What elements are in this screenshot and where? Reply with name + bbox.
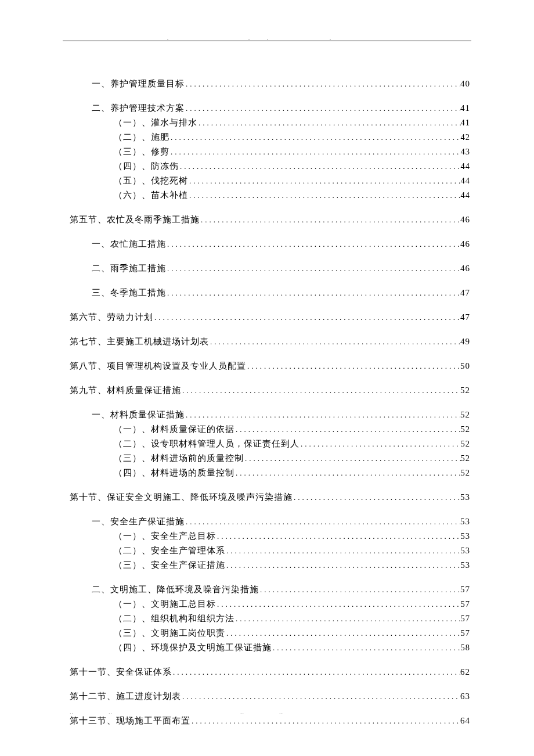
toc-label: 一、材料质量保证措施 bbox=[92, 409, 185, 420]
toc-label: （二）、施肥 bbox=[114, 132, 169, 143]
toc-entry: 第九节、材料质量保证措施............................… bbox=[70, 385, 470, 396]
toc-leader-dots: ........................................… bbox=[234, 469, 461, 478]
toc-entry: （二）、设专职材料管理人员，保证责任到人....................… bbox=[70, 438, 470, 449]
toc-entry: 二、养护管理技术方案..............................… bbox=[70, 103, 470, 114]
toc-label: （三）、修剪 bbox=[114, 146, 169, 157]
toc-label: 第六节、劳动力计划 bbox=[70, 312, 153, 323]
toc-leader-dots: ........................................… bbox=[234, 425, 461, 434]
toc-label: 二、养护管理技术方案 bbox=[92, 103, 185, 114]
toc-leader-dots: ........................................… bbox=[179, 162, 461, 171]
toc-page-number: 57 bbox=[461, 599, 471, 609]
toc-page-number: 63 bbox=[460, 692, 470, 701]
toc-label: 第五节、农忙及冬雨季施工措施 bbox=[70, 214, 200, 225]
toc-entry: （六）、苗木补植................................… bbox=[70, 190, 470, 201]
toc-entry: 第十二节、施工进度计划表............................… bbox=[70, 691, 470, 702]
toc-entry: 第十节、保证安全文明施工、降低环境及噪声污染措施................… bbox=[70, 492, 470, 503]
toc-label: （二）、组织机构和组织方法 bbox=[114, 613, 234, 624]
toc-label: （二）、设专职材料管理人员，保证责任到人 bbox=[114, 438, 300, 449]
toc-label: （一）、文明施工总目标 bbox=[114, 599, 216, 610]
toc-label: （五）、伐挖死树 bbox=[114, 175, 188, 186]
toc-label: （三）、材料进场前的质量控制 bbox=[114, 453, 244, 464]
toc-page-number: 52 bbox=[461, 439, 471, 449]
toc-label: （二）、安全生产管理体系 bbox=[114, 545, 225, 556]
toc-page-number: 47 bbox=[460, 312, 470, 322]
toc-page-number: 52 bbox=[460, 410, 470, 420]
toc-entry: （四）、材料进场的质量控制...........................… bbox=[70, 467, 470, 478]
toc-label: 一、安全生产保证措施 bbox=[92, 516, 185, 527]
footer-mark: .. bbox=[109, 709, 113, 715]
header-rule bbox=[63, 41, 471, 41]
toc-leader-dots: ........................................… bbox=[259, 585, 460, 595]
toc-page-number: 40 bbox=[460, 79, 470, 89]
toc-leader-dots: ........................................… bbox=[188, 177, 461, 186]
toc-label: （四）、防冻伤 bbox=[114, 161, 179, 172]
toc-page-number: 50 bbox=[460, 361, 470, 371]
toc-leader-dots: ........................................… bbox=[166, 289, 460, 298]
toc-entry: 第十三节、现场施工平面布置...........................… bbox=[70, 715, 470, 726]
toc-leader-dots: ........................................… bbox=[244, 454, 461, 463]
toc-entry: 第七节、主要施工机械进场计划表.........................… bbox=[70, 336, 470, 347]
toc-leader-dots: ........................................… bbox=[169, 133, 461, 142]
toc-leader-dots: ........................................… bbox=[185, 411, 460, 420]
toc-label: 一、农忙施工措施 bbox=[92, 239, 166, 250]
toc-leader-dots: ........................................… bbox=[225, 546, 461, 556]
toc-label: 二、文明施工、降低环境及噪音污染措施 bbox=[92, 584, 259, 595]
toc-page-number: 41 bbox=[460, 103, 470, 113]
toc-leader-dots: ........................................… bbox=[234, 614, 461, 624]
toc-page-number: 52 bbox=[460, 386, 470, 395]
toc-entry: 第六节、劳动力计划...............................… bbox=[70, 312, 470, 323]
toc-leader-dots: ........................................… bbox=[169, 147, 461, 157]
toc-page-number: 64 bbox=[460, 716, 470, 726]
toc-page-number: 53 bbox=[461, 531, 471, 541]
toc-leader-dots: ........................................… bbox=[272, 643, 461, 653]
toc-entry: （二）、安全生产管理体系............................… bbox=[70, 545, 470, 556]
toc-leader-dots: ........................................… bbox=[190, 717, 460, 726]
toc-label: （三）、文明施工岗位职责 bbox=[114, 628, 225, 639]
toc-label: 第十三节、现场施工平面布置 bbox=[70, 715, 190, 726]
toc-page-number: 42 bbox=[461, 132, 471, 142]
toc-entry: 第十一节、安全保证体系.............................… bbox=[70, 667, 470, 678]
toc-leader-dots: ........................................… bbox=[225, 561, 461, 570]
toc-entry: （三）、文明施工岗位职责............................… bbox=[70, 628, 470, 639]
toc-label: 第九节、材料质量保证措施 bbox=[70, 385, 181, 396]
footer-mark: .. bbox=[70, 709, 74, 715]
toc-leader-dots: ........................................… bbox=[185, 80, 460, 89]
toc-leader-dots: ........................................… bbox=[225, 629, 461, 638]
toc-leader-dots: ........................................… bbox=[300, 440, 461, 449]
toc-page-number: 53 bbox=[460, 517, 470, 527]
toc-leader-dots: ........................................… bbox=[172, 668, 460, 677]
toc-label: 第七节、主要施工机械进场计划表 bbox=[70, 336, 209, 347]
toc-entry: （四）、防冻伤.................................… bbox=[70, 161, 470, 172]
toc-leader-dots: ........................................… bbox=[166, 264, 460, 273]
toc-label: 第十节、保证安全文明施工、降低环境及噪声污染措施 bbox=[70, 492, 293, 503]
toc-entry: 一、农忙施工措施................................… bbox=[70, 239, 470, 250]
toc-entry: 二、文明施工、降低环境及噪音污染措施......................… bbox=[70, 584, 470, 595]
toc-entry: （三）、修剪..................................… bbox=[70, 146, 470, 157]
toc-page-number: 49 bbox=[460, 337, 470, 347]
toc-entry: 一、材料质量保证措施..............................… bbox=[70, 409, 470, 420]
toc-leader-dots: ........................................… bbox=[246, 362, 460, 371]
toc-leader-dots: ........................................… bbox=[209, 337, 460, 347]
toc-label: 第十二节、施工进度计划表 bbox=[70, 691, 181, 702]
toc-page-number: 58 bbox=[461, 643, 471, 653]
toc-entry: （三）、安全生产保证措施............................… bbox=[70, 560, 470, 571]
toc-entry: 一、养护管理质量目标..............................… bbox=[70, 78, 470, 89]
toc-entry: （一）、材料质量保证的依据...........................… bbox=[70, 424, 470, 435]
toc-leader-dots: ........................................… bbox=[181, 692, 460, 701]
toc-page-number: 53 bbox=[460, 492, 470, 502]
toc-leader-dots: ........................................… bbox=[293, 493, 460, 502]
toc-page-number: 46 bbox=[460, 239, 470, 249]
footer-mark: .. bbox=[240, 709, 244, 715]
toc-leader-dots: ........................................… bbox=[166, 240, 460, 249]
toc-label: （三）、安全生产保证措施 bbox=[114, 560, 225, 571]
toc-page-number: 62 bbox=[460, 667, 470, 677]
toc-entry: 三、冬季施工措施................................… bbox=[70, 287, 470, 298]
toc-entry: 二、雨季施工措施................................… bbox=[70, 263, 470, 274]
toc-page-number: 44 bbox=[461, 190, 471, 200]
toc-label: （一）、灌水与排水 bbox=[114, 117, 197, 128]
toc-leader-dots: ........................................… bbox=[185, 517, 460, 527]
toc-entry: 第五节、农忙及冬雨季施工措施..........................… bbox=[70, 214, 470, 225]
toc-page-number: 46 bbox=[460, 264, 470, 273]
toc-page-number: 57 bbox=[460, 585, 470, 595]
toc-entry: （二）、施肥..................................… bbox=[70, 132, 470, 143]
